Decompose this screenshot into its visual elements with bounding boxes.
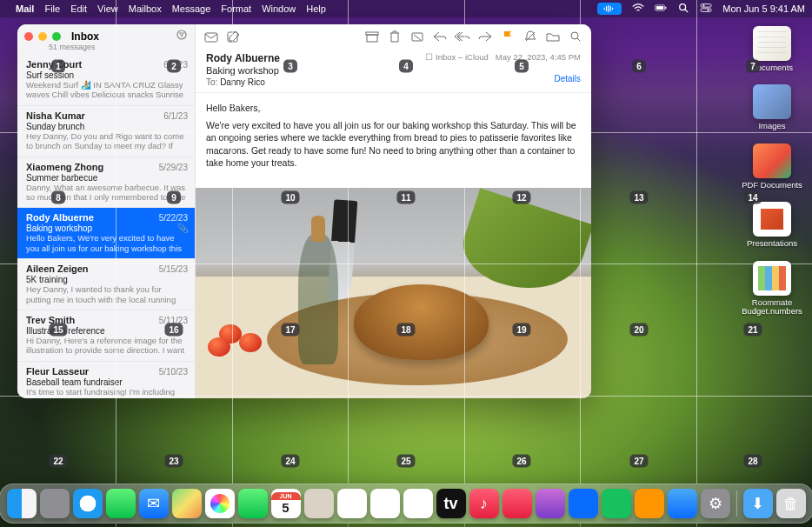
dock-tv[interactable]: tv <box>436 489 466 518</box>
grid-number-20: 20 <box>629 324 648 337</box>
menu-bar: Mail FileEditViewMailboxMessageFormatWin… <box>0 0 812 17</box>
grid-number-21: 21 <box>743 324 762 337</box>
message-row[interactable]: Jenny Court6/3/23Surf sessionWeekend Sur… <box>17 55 195 106</box>
spotlight-icon[interactable] <box>677 3 689 15</box>
dock-freeform[interactable] <box>403 489 433 518</box>
window-minimize-button[interactable] <box>38 32 47 41</box>
mail-window: Inbox 51 messages Jenny Court6/3/23Surf … <box>17 24 591 398</box>
grid-number-22: 22 <box>49 455 67 468</box>
message-row[interactable]: Aileen Zeigen5/15/235K trainingHey Danny… <box>17 259 195 310</box>
dock-contacts[interactable] <box>304 489 334 518</box>
move-icon[interactable] <box>544 29 562 44</box>
dock-pages[interactable] <box>635 489 664 518</box>
dock-downloads[interactable]: ⬇ <box>743 489 773 518</box>
dock-photos[interactable] <box>205 489 235 518</box>
msg-preview: It's time to start fundraising! I'm incl… <box>26 387 188 398</box>
message-row[interactable]: Trev Smith5/11/23Illustration referenceH… <box>17 310 195 362</box>
to-label: To: <box>206 77 217 87</box>
battery-icon[interactable] <box>655 3 667 15</box>
control-center-icon[interactable] <box>700 3 712 15</box>
menu-message[interactable]: Message <box>172 3 211 14</box>
dock-calendar[interactable]: JUN5 <box>271 489 301 518</box>
dock-messages[interactable] <box>106 489 136 518</box>
images-folder[interactable]: Images <box>737 84 807 130</box>
flag-icon[interactable] <box>499 29 516 44</box>
menu-clock[interactable]: Mon Jun 5 9:41 AM <box>722 3 805 14</box>
msg-preview: Danny, What an awesome barbecue. It was … <box>26 183 188 203</box>
dock-news[interactable] <box>503 489 532 518</box>
trash-icon[interactable] <box>386 29 403 44</box>
menu-app[interactable]: Mail <box>16 3 34 14</box>
message-list-pane: Inbox 51 messages Jenny Court6/3/23Surf … <box>17 24 196 398</box>
dock-podcasts[interactable] <box>536 489 565 518</box>
images-folder-label: Images <box>758 122 785 130</box>
reply-all-icon[interactable] <box>454 29 471 44</box>
reply-icon[interactable] <box>431 29 449 44</box>
junk-icon[interactable] <box>409 29 426 44</box>
wifi-icon[interactable] <box>632 3 644 15</box>
roommate-budget-file-label: Roommate Budget.numbers <box>737 298 807 317</box>
msg-subject: Illustration reference <box>26 326 188 336</box>
mailbox-title: Inbox <box>71 30 99 43</box>
search-icon[interactable] <box>567 29 584 44</box>
msg-date: 5/22/23 <box>159 213 188 223</box>
forward-icon[interactable] <box>476 29 494 44</box>
archive-icon[interactable] <box>363 29 381 44</box>
menu-mailbox[interactable]: Mailbox <box>129 3 162 14</box>
filter-icon[interactable] <box>176 30 188 43</box>
documents-folder-icon <box>753 26 791 61</box>
dock-notes[interactable] <box>370 489 400 518</box>
msg-sender: Xiaomeng Zhong <box>26 162 103 172</box>
message-row[interactable]: Fleur Lasseur5/10/23Baseball team fundra… <box>17 362 195 398</box>
dock-music[interactable]: ♪ <box>469 489 499 518</box>
message-row[interactable]: Xiaomeng Zhong5/29/23Summer barbecueDann… <box>17 157 195 209</box>
grid-number-24: 24 <box>281 455 299 468</box>
menu-file[interactable]: File <box>44 3 60 14</box>
dock-mail[interactable]: ✉ <box>139 489 169 518</box>
documents-folder[interactable]: Documents <box>737 26 807 72</box>
menu-format[interactable]: Format <box>221 3 251 14</box>
menu-view[interactable]: View <box>97 3 118 14</box>
dock-finder[interactable] <box>7 489 37 518</box>
menu-edit[interactable]: Edit <box>70 3 87 14</box>
dock-area: ✉JUN5tv♪⚙⬇🗑 <box>0 484 812 524</box>
dock-trash[interactable]: 🗑 <box>776 489 806 518</box>
message-header: Rody Albuerne Baking workshop To: Danny … <box>196 49 591 93</box>
msg-date: 6/1/23 <box>163 111 188 121</box>
grid-number-26: 26 <box>512 455 530 468</box>
menu-help[interactable]: Help <box>306 3 326 14</box>
message-row[interactable]: Rody Albuerne5/22/23Baking workshop📎Hell… <box>17 208 195 259</box>
dock-safari[interactable] <box>73 489 103 518</box>
msg-preview: Hey Danny, Do you and Rigo want to come … <box>26 131 188 151</box>
msg-sender: Nisha Kumar <box>26 110 85 121</box>
roommate-budget-file[interactable]: Roommate Budget.numbers <box>737 261 807 317</box>
dock-appstore[interactable] <box>668 489 697 518</box>
dock-settings[interactable]: ⚙ <box>701 489 730 518</box>
menu-window[interactable]: Window <box>262 3 296 14</box>
get-mail-icon[interactable] <box>203 29 220 44</box>
presentations-folder[interactable]: Presentations <box>737 202 807 248</box>
message-attachment-image[interactable] <box>196 188 591 398</box>
msg-subject: Sunday brunch <box>26 122 188 131</box>
dock-reminders[interactable] <box>337 489 367 518</box>
message-row[interactable]: Nisha Kumar6/1/23Sunday brunchHey Danny,… <box>17 106 195 157</box>
voice-control-indicator[interactable] <box>597 3 622 15</box>
compose-icon[interactable] <box>225 29 243 44</box>
msg-subject: 5K training <box>26 275 188 284</box>
presentations-folder-icon <box>753 202 791 237</box>
dock-facetime[interactable] <box>238 489 268 518</box>
details-link[interactable]: Details <box>425 74 581 83</box>
window-close-button[interactable] <box>24 32 33 41</box>
mail-toolbar <box>196 24 591 49</box>
dock-keynote[interactable] <box>569 489 598 518</box>
window-zoom-button[interactable] <box>52 32 61 41</box>
dock: ✉JUN5tv♪⚙⬇🗑 <box>0 484 812 524</box>
grid-number-25: 25 <box>396 455 415 468</box>
message-list[interactable]: Jenny Court6/3/23Surf sessionWeekend Sur… <box>17 55 195 398</box>
pdf-documents-folder[interactable]: PDF Documents <box>737 143 807 190</box>
dock-maps[interactable] <box>172 489 202 518</box>
dock-launchpad[interactable] <box>40 489 70 518</box>
dock-numbers[interactable] <box>602 489 631 518</box>
mute-icon[interactable] <box>522 29 539 44</box>
svg-point-12 <box>703 4 705 6</box>
